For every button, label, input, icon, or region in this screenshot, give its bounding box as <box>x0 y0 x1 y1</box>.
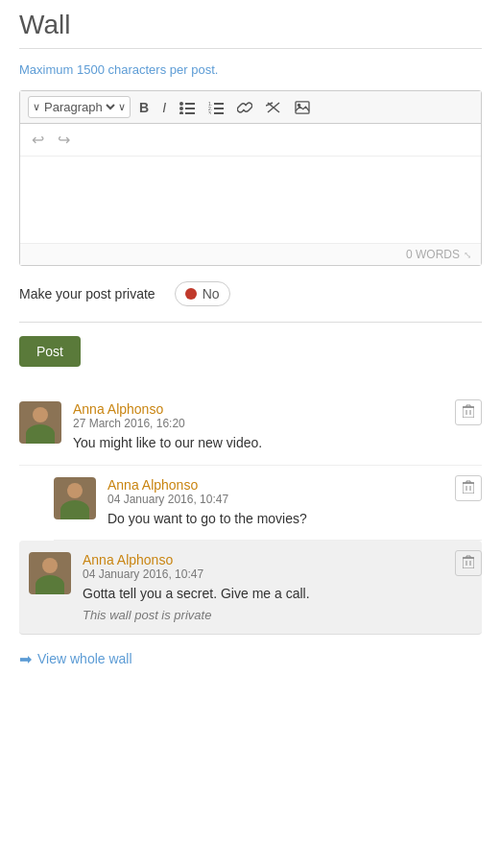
view-wall-link[interactable]: ➡ View whole wall <box>19 646 482 672</box>
bullet-list-button[interactable] <box>175 98 200 117</box>
svg-rect-1 <box>185 103 195 105</box>
undo-redo-bar: ↩ ↪ <box>20 124 481 157</box>
post-body: Anna Alphonso 27 March 2016, 16:20 You m… <box>73 401 482 453</box>
delete-post-button[interactable] <box>455 475 482 501</box>
svg-rect-21 <box>463 483 474 494</box>
post-author[interactable]: Anna Alphonso <box>73 401 163 417</box>
arrow-right-circle-icon: ➡ <box>19 650 32 668</box>
title-divider <box>19 48 482 49</box>
paragraph-dropdown[interactable]: ∨ Paragraph Heading 1 Heading 2 ∨ <box>28 96 131 118</box>
page-title: Wall <box>19 10 482 40</box>
svg-point-2 <box>179 107 183 110</box>
private-toggle-row: Make your post private No <box>19 281 482 306</box>
post-item-private: Anna Alphonso 04 January 2016, 10:47 Got… <box>19 541 482 635</box>
delete-post-button[interactable] <box>455 550 482 576</box>
image-button[interactable] <box>290 98 315 117</box>
private-toggle[interactable]: No <box>175 281 230 306</box>
trash-icon <box>463 480 474 494</box>
private-label: Make your post private <box>19 286 155 301</box>
svg-rect-9 <box>214 108 224 109</box>
trash-icon <box>463 404 474 418</box>
post-date: 04 January 2016, 10:47 <box>107 493 482 506</box>
editor-footer: 0 WORDS ⤡ <box>20 243 481 265</box>
toggle-value: No <box>203 286 220 301</box>
numbered-list-button[interactable]: 1. 2. 3. <box>203 98 228 117</box>
avatar <box>54 477 96 519</box>
avatar <box>19 401 61 444</box>
undo-button[interactable]: ↩ <box>28 129 48 151</box>
clear-format-icon <box>266 101 281 114</box>
post-item-reply: Anna Alphonso 04 January 2016, 10:47 Do … <box>54 466 482 542</box>
svg-rect-11 <box>214 112 224 114</box>
clear-format-button[interactable] <box>261 98 286 117</box>
trash-icon <box>463 555 474 568</box>
svg-rect-7 <box>214 103 224 105</box>
post-divider <box>19 322 482 323</box>
redo-button[interactable]: ↪ <box>54 129 74 151</box>
post-author[interactable]: Anna Alphonso <box>83 552 173 567</box>
view-wall-label: View whole wall <box>37 651 132 666</box>
bold-button[interactable]: B <box>134 97 154 118</box>
post-body: Anna Alphonso 04 January 2016, 10:47 Do … <box>107 477 482 529</box>
svg-rect-17 <box>463 407 474 418</box>
post-date: 27 March 2016, 16:20 <box>73 417 482 430</box>
private-post-label: This wall post is private <box>83 608 472 622</box>
max-chars-note: Maximum 1500 characters per post. <box>19 62 482 77</box>
posts-container: Anna Alphonso 27 March 2016, 16:20 You m… <box>19 390 482 635</box>
link-button[interactable] <box>232 98 257 117</box>
svg-point-0 <box>179 102 183 106</box>
toggle-dot-icon <box>185 288 197 300</box>
delete-post-button[interactable] <box>455 399 482 425</box>
post-text: Do you want to go to the movies? <box>107 510 482 529</box>
image-icon <box>295 101 310 114</box>
svg-rect-5 <box>185 112 195 114</box>
post-date: 04 January 2016, 10:47 <box>83 567 472 581</box>
post-body: Anna Alphonso 04 January 2016, 10:47 Got… <box>83 552 472 622</box>
editor-content-area[interactable] <box>20 157 481 243</box>
svg-point-4 <box>179 111 183 114</box>
svg-rect-25 <box>463 558 474 568</box>
editor-toolbar: ∨ Paragraph Heading 1 Heading 2 ∨ B I <box>20 91 481 124</box>
post-author[interactable]: Anna Alphonso <box>107 477 198 493</box>
word-count: 0 WORDS <box>406 248 460 261</box>
resize-handle[interactable]: ⤡ <box>464 250 473 259</box>
post-item: Anna Alphonso 27 March 2016, 16:20 You m… <box>19 390 482 466</box>
svg-text:3.: 3. <box>208 110 212 114</box>
dropdown-chevron-icon: ∨ <box>33 101 40 113</box>
numbered-list-icon: 1. 2. 3. <box>208 101 224 114</box>
svg-rect-3 <box>185 108 195 109</box>
link-icon <box>237 101 252 114</box>
post-button[interactable]: Post <box>19 336 81 367</box>
bullet-list-icon <box>179 101 195 114</box>
italic-button[interactable]: I <box>157 97 171 118</box>
dropdown-arrow-icon: ∨ <box>118 101 126 113</box>
editor-wrapper: ∨ Paragraph Heading 1 Heading 2 ∨ B I <box>19 90 482 266</box>
paragraph-select[interactable]: Paragraph Heading 1 Heading 2 <box>40 99 118 115</box>
avatar <box>29 552 71 594</box>
post-text: You might like to our new video. <box>73 434 482 453</box>
post-text: Gotta tell you a secret. Give me a call. <box>83 585 472 604</box>
